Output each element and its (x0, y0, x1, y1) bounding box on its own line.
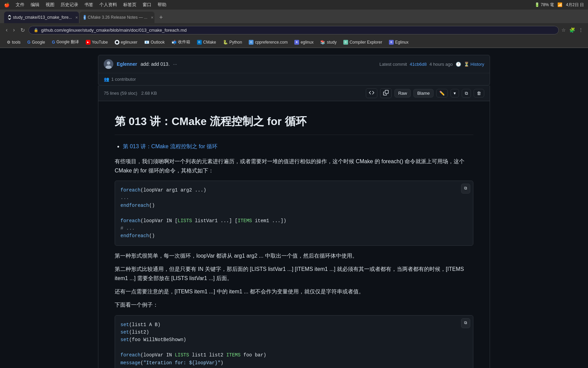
menu-bookmarks[interactable]: 书签 (84, 2, 93, 8)
file-lines: 75 lines (104, 91, 119, 96)
forward-button[interactable]: › (11, 26, 16, 34)
bookmark-python[interactable]: 🐍 Python (220, 39, 245, 45)
bookmark-google-translate[interactable]: G Google 翻译 (49, 39, 81, 46)
intro-paragraph: 有些项目，我们须啲啊对一个列表的元素进行遍历，或者需要对一堆的值进行相似的操作，… (115, 157, 473, 175)
cppreference-icon: C (249, 40, 254, 45)
bookmark-compiler-explorer[interactable]: C Compiler Explorer (341, 39, 385, 45)
commit-dots[interactable]: ··· (173, 61, 177, 67)
battery-status: 🔋 78% 電 (535, 2, 554, 8)
bookmark-study[interactable]: 📚 study (317, 39, 339, 45)
edit-button[interactable]: ✏️ (436, 89, 448, 97)
menubar: 🍎 文件 编辑 视图 历史记录 书签 个人资料 标签页 窗口 帮助 🔋 78% … (0, 0, 588, 10)
inbox-icon: 📬 (172, 40, 177, 45)
bookmark-outlook[interactable]: 📧 Outlook (142, 39, 167, 45)
toolbar-actions: Raw Blame ✏️ ▾ ⧉ 🗑 (366, 88, 484, 98)
bookmark-cppreference[interactable]: C cppreference.com (246, 39, 290, 45)
para-2: 第二种形式比较通用，但是只要有 IN 关键字，那后面的 [LISTS listV… (115, 264, 473, 283)
contributors-icon: 👥 (104, 77, 109, 82)
menu-window[interactable]: 窗口 (143, 2, 151, 8)
code-line-6: endforeach() (120, 232, 468, 240)
menu-btn[interactable]: ⋮ (578, 27, 584, 33)
copy-code-btn-2[interactable]: ⧉ (461, 318, 470, 328)
copy-button[interactable]: ⧉ (462, 89, 471, 98)
edit-dropdown[interactable]: ▾ (451, 89, 459, 97)
copy-code-btn-1[interactable]: ⧉ (461, 184, 470, 194)
bookmark-eglinux2-label: Eglinux (395, 40, 408, 45)
bookmark-cmake-label: CMake (203, 40, 216, 45)
eglinux2-icon: E (389, 40, 394, 45)
apple-menu[interactable]: 🍎 (4, 2, 10, 7)
code-line-4: foreach(loopVar IN [LISTS listVar1 ...] … (120, 217, 468, 225)
menu-profile[interactable]: 个人资料 (99, 2, 117, 8)
content-area: Eglenner add: add 013. ··· Latest commit… (0, 48, 588, 368)
url-text: github.com/eglinuxer/study_cmake/blob/ma… (41, 28, 554, 33)
bookmark-eglinux-label: eglinux (300, 40, 313, 45)
reload-button[interactable]: ↻ (19, 26, 27, 34)
menu-file[interactable]: 文件 (16, 2, 24, 8)
address-bar-row: ‹ › ↻ 🔒 github.com/eglinuxer/study_cmake… (0, 23, 588, 37)
tab-1-close[interactable]: ✕ (75, 16, 78, 19)
menu-edit[interactable]: 编辑 (31, 2, 39, 8)
address-bar[interactable]: 🔒 github.com/eglinuxer/study_cmake/blob/… (29, 26, 559, 34)
bookmark-outlook-label: Outlook (151, 40, 165, 45)
delete-button[interactable]: 🗑 (474, 89, 484, 97)
code2-line-5: message("Iteration for: ${loopVar}") (120, 359, 468, 367)
bookmark-eglinux2[interactable]: E Eglinux (386, 39, 411, 45)
code-line-5: # ... (120, 225, 468, 232)
tab-bar: ⬟ study_cmake/013_cmake_fore... ✕ C CMak… (0, 10, 588, 23)
commit-hash-link[interactable]: 41cb6d8 (410, 62, 427, 67)
bookmark-compiler-explorer-label: Compiler Explorer (349, 40, 382, 45)
menubar-right: 🔋 78% 電 📶 4月2日 日 (535, 2, 584, 8)
bookmarks-bar: ⚙ tools G Google G Google 翻译 YouTube ⬟ e… (0, 37, 588, 48)
copy-path-button[interactable] (380, 88, 392, 98)
file-size: 2.68 KB (141, 91, 157, 96)
google-translate-icon: G (52, 40, 55, 45)
menu-view[interactable]: 视图 (46, 2, 54, 8)
tab-2-close[interactable]: ✕ (151, 16, 153, 19)
menu-help[interactable]: 帮助 (158, 2, 166, 8)
code-line-blank (120, 209, 468, 217)
extensions-btn[interactable]: 🧩 (569, 27, 576, 33)
code-block-2: ⧉ set(list1 A B) set(list2) set(foo Will… (115, 315, 473, 368)
toc-link[interactable]: 第 013 讲：CMake 流程控制之 for 循环 (123, 143, 217, 149)
bookmark-cmake[interactable]: C CMake (194, 39, 219, 45)
tab-1[interactable]: ⬟ study_cmake/013_cmake_fore... ✕ (4, 12, 79, 23)
history-link[interactable]: ⏳ History (464, 62, 484, 67)
bookmark-tools[interactable]: ⚙ tools (4, 39, 23, 45)
article-title: 第 013 讲：CMake 流程控制之 for 循环 (115, 112, 473, 135)
code2-line-4: foreach(loopVar IN LISTS list1 list2 ITE… (120, 351, 468, 359)
bookmark-python-label: Python (229, 40, 242, 45)
file-toolbar: 75 lines (59 sloc) 2.68 KB Raw Blame ✏️ … (98, 86, 490, 101)
bookmark-eglinuxer[interactable]: ⬟ eglinuxer (112, 39, 140, 45)
code-view-button[interactable] (366, 88, 377, 98)
code-line-1: foreach(loopVar arg1 arg2 ...) (120, 186, 468, 194)
latest-commit-label: Latest commit (379, 62, 407, 67)
github-container: Eglenner add: add 013. ··· Latest commit… (90, 48, 498, 368)
bookmark-inbox[interactable]: 📬 收件箱 (169, 39, 193, 46)
file-stats: 75 lines (59 sloc) 2.68 KB (104, 91, 157, 96)
file-meta: Eglenner add: add 013. ··· Latest commit… (98, 55, 490, 73)
bookmark-inbox-label: 收件箱 (178, 39, 190, 45)
eglinuxer-icon: ⬟ (115, 40, 119, 45)
clock-icon: 🕐 (456, 62, 461, 67)
contributors-label: 1 contributor (111, 77, 136, 82)
youtube-icon (86, 40, 91, 45)
menu-history[interactable]: 历史记录 (61, 2, 78, 8)
tab-2[interactable]: C CMake 3.26 Release Notes — ... ✕ (80, 12, 154, 23)
code2-line-2: set(list2) (120, 328, 468, 336)
raw-button[interactable]: Raw (394, 89, 411, 97)
bookmark-cppreference-label: cppreference.com (255, 40, 288, 45)
bookmark-youtube[interactable]: YouTube (83, 39, 111, 45)
new-tab-button[interactable]: + (157, 13, 166, 22)
back-button[interactable]: ‹ (4, 26, 9, 34)
outlook-icon: 📧 (144, 40, 149, 45)
toc-list: 第 013 讲：CMake 流程控制之 for 循环 (123, 142, 473, 151)
commit-message: add: add 013. (141, 61, 170, 67)
menu-tabs[interactable]: 标签页 (123, 2, 136, 8)
blame-button[interactable]: Blame (413, 89, 434, 97)
bookmark-btn[interactable]: ☆ (561, 27, 567, 33)
commit-time: 4 hours ago (429, 62, 453, 67)
bookmark-eglinux[interactable]: E eglinux (292, 39, 316, 45)
bookmark-google[interactable]: G Google (24, 39, 48, 45)
commit-author[interactable]: Eglenner (117, 61, 137, 67)
